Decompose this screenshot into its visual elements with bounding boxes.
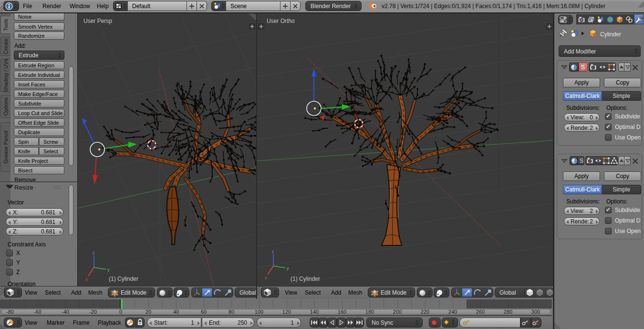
svg-text:z: z — [272, 249, 274, 254]
svg-text:x: x — [265, 276, 267, 280]
svg-text:z: z — [93, 251, 95, 255]
svg-text:x: x — [85, 277, 88, 282]
svg-text:y: y — [107, 267, 110, 272]
svg-text:y: y — [287, 266, 289, 271]
